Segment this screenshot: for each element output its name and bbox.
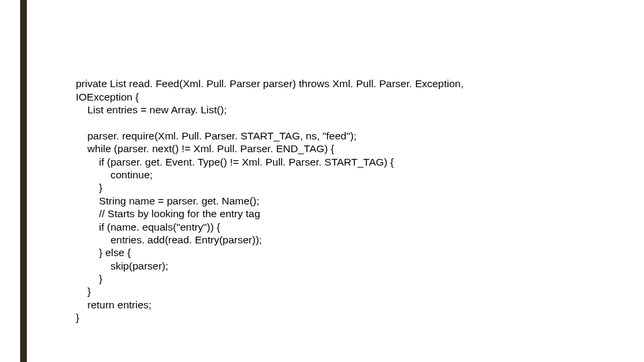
code-line: continue; [76, 169, 153, 180]
code-line: } [76, 286, 91, 297]
slide: private List read. Feed(Xml. Pull. Parse… [0, 0, 644, 362]
code-line: } [76, 312, 79, 323]
code-line: } [76, 273, 103, 284]
code-line: parser. require(Xml. Pull. Parser. START… [76, 130, 356, 141]
left-accent-bar [20, 0, 27, 362]
code-line: private List read. Feed(Xml. Pull. Parse… [76, 78, 464, 89]
code-block: private List read. Feed(Xml. Pull. Parse… [76, 64, 599, 337]
code-line: List entries = new Array. List(); [76, 104, 227, 115]
code-line: entries. add(read. Entry(parser)); [76, 234, 262, 245]
code-line: skip(parser); [76, 260, 168, 272]
code-line: String name = parser. get. Name(); [76, 195, 260, 206]
code-line: if (parser. get. Event. Type() != Xml. P… [76, 156, 394, 168]
code-line: while (parser. next() != Xml. Pull. Pars… [76, 143, 334, 154]
code-line: // Starts by looking for the entry tag [76, 208, 260, 219]
code-line: IOException { [76, 91, 139, 103]
code-line: } else { [76, 247, 131, 258]
code-line: } [76, 182, 103, 193]
code-line: return entries; [76, 299, 152, 310]
code-line: if (name. equals("entry")) { [76, 221, 220, 233]
